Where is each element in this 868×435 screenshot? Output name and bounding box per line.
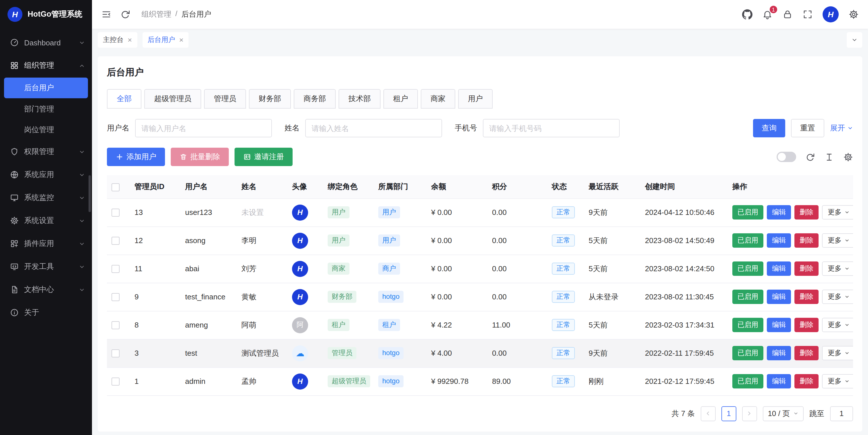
row-density-icon[interactable] <box>824 152 834 162</box>
page-size-select[interactable]: 10 / 页 <box>763 406 804 421</box>
delete-button[interactable]: 删除 <box>795 374 818 389</box>
sidebar-item-department-management[interactable]: 部门管理 <box>0 99 92 120</box>
column-settings-gear-icon[interactable] <box>843 152 853 162</box>
row-checkbox[interactable] <box>112 209 120 217</box>
cloud-avatar[interactable]: ☁ <box>292 345 308 361</box>
sidebar-item-backend-users[interactable]: 后台用户 <box>4 77 88 98</box>
tab-merchant[interactable]: 商家 <box>421 89 455 108</box>
tab-tech-dept[interactable]: 技术部 <box>339 89 380 108</box>
edit-button[interactable]: 编辑 <box>767 346 791 360</box>
sidebar-item-permission-management[interactable]: 权限管理 <box>0 140 92 163</box>
more-button[interactable]: 更多 <box>822 290 853 304</box>
sidebar-item-doc-center[interactable]: 文档中心 <box>0 278 92 301</box>
enabled-button[interactable]: 已启用 <box>732 318 764 332</box>
delete-button[interactable]: 删除 <box>795 318 818 332</box>
invite-register-button[interactable]: 邀请注册 <box>235 148 292 166</box>
striped-toggle[interactable] <box>777 152 796 162</box>
next-page-button[interactable] <box>742 406 757 421</box>
username-input[interactable] <box>135 119 272 137</box>
tabbar-dropdown-button[interactable] <box>847 32 862 48</box>
tab-tenant[interactable]: 租户 <box>383 89 418 108</box>
more-button[interactable]: 更多 <box>822 261 853 276</box>
close-icon[interactable]: × <box>179 36 183 43</box>
more-button[interactable]: 更多 <box>822 233 853 248</box>
reload-table-icon[interactable] <box>805 152 815 162</box>
lock-icon[interactable] <box>782 9 793 20</box>
row-checkbox[interactable] <box>112 350 120 358</box>
sidebar-item-dev-tools[interactable]: 开发工具 <box>0 255 92 278</box>
row-checkbox[interactable] <box>112 321 120 330</box>
row-checkbox[interactable] <box>112 293 120 301</box>
sidebar-scrollbar[interactable] <box>89 175 91 212</box>
sidebar-item-dashboard[interactable]: Dashboard <box>0 31 92 54</box>
phone-input[interactable] <box>483 119 620 137</box>
tab-all[interactable]: 全部 <box>107 89 142 108</box>
prev-page-button[interactable] <box>701 406 715 421</box>
tab-super-admin[interactable]: 超级管理员 <box>144 89 201 108</box>
row-checkbox[interactable] <box>112 265 120 273</box>
breadcrumb-section[interactable]: 组织管理 <box>142 9 171 20</box>
enabled-button[interactable]: 已启用 <box>732 346 764 360</box>
refresh-icon[interactable] <box>120 9 130 20</box>
delete-button[interactable]: 删除 <box>795 261 818 276</box>
page-number-button[interactable]: 1 <box>721 406 736 421</box>
edit-button[interactable]: 编辑 <box>767 261 791 276</box>
notification-bell[interactable]: 1 <box>762 9 773 20</box>
fullscreen-icon[interactable] <box>803 9 813 20</box>
reset-button[interactable]: 重置 <box>791 119 824 137</box>
sidebar-item-system-apps[interactable]: 系统应用 <box>0 163 92 186</box>
edit-button[interactable]: 编辑 <box>767 318 791 332</box>
tab-finance-dept[interactable]: 财务部 <box>249 89 291 108</box>
edit-button[interactable]: 编辑 <box>767 205 791 219</box>
sidebar-item-org-management[interactable]: 组织管理 <box>0 54 92 77</box>
hotgo-logo-avatar[interactable]: H <box>292 289 308 305</box>
hotgo-logo-avatar[interactable]: H <box>292 373 308 389</box>
delete-button[interactable]: 删除 <box>795 233 818 248</box>
sidebar-item-plugin-apps[interactable]: 插件应用 <box>0 232 92 255</box>
expand-link[interactable]: 展开 <box>830 123 853 133</box>
batch-delete-button[interactable]: 批量删除 <box>171 148 229 166</box>
delete-button[interactable]: 删除 <box>795 346 818 360</box>
sidebar-item-position-management[interactable]: 岗位管理 <box>0 120 92 140</box>
gray-letter-avatar[interactable]: 阿 <box>292 317 308 333</box>
row-checkbox[interactable] <box>112 237 120 245</box>
user-avatar[interactable]: H <box>823 6 839 23</box>
more-button[interactable]: 更多 <box>822 374 853 389</box>
select-all-checkbox[interactable] <box>112 183 120 191</box>
edit-button[interactable]: 编辑 <box>767 374 791 389</box>
delete-button[interactable]: 删除 <box>795 290 818 304</box>
hotgo-logo-avatar[interactable]: H <box>292 204 308 220</box>
sidebar-item-about[interactable]: 关于 <box>0 301 92 324</box>
menu-fold-icon[interactable] <box>101 9 112 20</box>
tab-user[interactable]: 用户 <box>458 89 493 108</box>
sidebar-item-system-monitor[interactable]: 系统监控 <box>0 186 92 209</box>
breadcrumb-page[interactable]: 后台用户 <box>181 9 211 20</box>
tab-dashboard-console[interactable]: 主控台 × <box>98 32 137 48</box>
enabled-button[interactable]: 已启用 <box>732 374 764 389</box>
enabled-button[interactable]: 已启用 <box>732 233 764 248</box>
app-logo[interactable]: H HotGo管理系统 <box>0 0 92 29</box>
tab-backend-users[interactable]: 后台用户 × <box>142 32 189 48</box>
jump-to-input[interactable] <box>830 406 853 421</box>
sidebar-item-system-settings[interactable]: 系统设置 <box>0 209 92 232</box>
query-button[interactable]: 查询 <box>753 119 785 137</box>
enabled-button[interactable]: 已启用 <box>732 290 764 304</box>
hotgo-logo-avatar[interactable]: H <box>292 260 308 277</box>
delete-button[interactable]: 删除 <box>795 205 818 219</box>
close-icon[interactable]: × <box>128 36 132 43</box>
enabled-button[interactable]: 已启用 <box>732 205 764 219</box>
enabled-button[interactable]: 已启用 <box>732 261 764 276</box>
tab-admin[interactable]: 管理员 <box>204 89 246 108</box>
tab-business-dept[interactable]: 商务部 <box>294 89 336 108</box>
hotgo-logo-avatar[interactable]: H <box>292 232 308 249</box>
more-button[interactable]: 更多 <box>822 318 853 332</box>
github-icon[interactable] <box>742 9 752 20</box>
row-checkbox[interactable] <box>112 378 120 386</box>
more-button[interactable]: 更多 <box>822 205 853 219</box>
more-button[interactable]: 更多 <box>822 346 853 360</box>
edit-button[interactable]: 编辑 <box>767 290 791 304</box>
gear-icon[interactable] <box>848 9 859 20</box>
name-input[interactable] <box>305 119 442 137</box>
edit-button[interactable]: 编辑 <box>767 233 791 248</box>
add-user-button[interactable]: 添加用户 <box>107 148 165 166</box>
